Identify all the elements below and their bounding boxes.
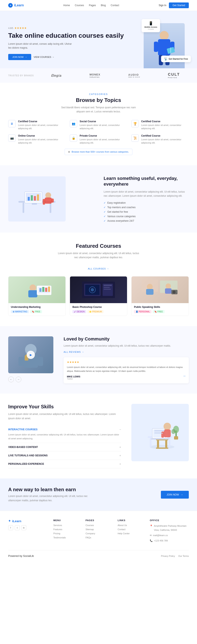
course-card-marketing[interactable]: Understanding Marketing 🖥 MARKETING 🔖 FR…: [8, 276, 66, 316]
cat-name-1: Social Course: [80, 120, 127, 123]
browse-more-box[interactable]: ⊞ Browse more than 500+ courses from var…: [65, 149, 132, 155]
nav-links: Home Courses Pages Blog Contact: [64, 4, 119, 7]
footer-menu-pricing[interactable]: Pricing: [53, 532, 80, 535]
course-img-photoshop: [70, 276, 127, 303]
terms-link[interactable]: Our Terms: [178, 555, 189, 557]
accordion-header-2[interactable]: LIVE TUTORIALS AND SESSIONS +: [8, 454, 121, 457]
category-item-2[interactable]: 🏆 Certified Course Lorem ipsum dolor sit…: [131, 120, 189, 130]
svg-rect-56: [157, 440, 159, 448]
courses-grid: Understanding Marketing 🖥 MARKETING 🔖 FR…: [8, 276, 189, 316]
svg-rect-10: [50, 203, 51, 213]
accordion-live: LIVE TUTORIALS AND SESSIONS +: [8, 452, 121, 460]
learn-features-list: ✓Easy registration ✓Top mentors and coac…: [104, 202, 189, 222]
logo-text: iLearn: [14, 4, 24, 7]
svg-rect-36: [104, 285, 112, 286]
svg-rect-71: [174, 436, 178, 440]
course-tags-speaking: 👤 PERSONAL 🔖 FREE: [134, 310, 186, 313]
svg-point-18: [45, 192, 51, 198]
category-item-3[interactable]: 📷 Online Course Lorem ipsum dolor sit am…: [8, 134, 66, 144]
cat-icon-2: 🏆: [131, 120, 139, 127]
categories-grid: 🖥 Certified Course Lorem ipsum dolor sit…: [8, 120, 189, 144]
footer-menu-features[interactable]: Features: [53, 528, 80, 530]
view-courses-button[interactable]: VIEW COURSES →: [34, 56, 54, 58]
cta-desc: Lorem ipsum dolor sit amet, consectetur …: [8, 494, 90, 502]
svg-rect-2: [154, 42, 158, 52]
cat-icon-5: 📜: [131, 134, 139, 142]
svg-point-70: [171, 429, 176, 434]
social-twitter[interactable]: t: [15, 525, 20, 530]
categories-desc: Sed blandit libero volutpat sed. Tempus …: [58, 106, 140, 114]
cat-icon-4: 🔒: [70, 134, 77, 142]
accordion-icon-1: +: [120, 446, 121, 449]
category-item-1[interactable]: 👥 Social Course Lorem ipsum dolor sit am…: [70, 120, 127, 130]
cat-name-3: Online Course: [18, 134, 66, 137]
hero-description: Lorem ipsum dolor sit amet, consec adip …: [8, 42, 74, 50]
quote-icon: ": [184, 374, 186, 381]
nav-courses[interactable]: Courses: [75, 4, 84, 7]
learn-svg: [12, 180, 62, 218]
nav-pages[interactable]: Pages: [89, 4, 96, 7]
svg-rect-15: [31, 195, 33, 200]
tag-personal: 👤 PERSONAL: [134, 310, 152, 313]
footer-page-sitemap[interactable]: Sitemap: [86, 528, 112, 530]
footer-page-faqs[interactable]: FAQs: [86, 536, 112, 539]
footer-link-contact[interactable]: Contact: [118, 528, 144, 530]
browse-more: ⊞ Browse more than 500+ courses from var…: [8, 149, 189, 155]
review-stars: ★★★★★: [67, 360, 186, 364]
course-tags-marketing: 🖥 MARKETING 🔖 FREE: [11, 310, 63, 313]
improve-desc: Lorem ipsum dolor sit amet, consectetur …: [8, 412, 121, 420]
nav-home[interactable]: Home: [64, 4, 70, 7]
category-item-5[interactable]: 📜 Certified Course Lorem ipsum dolor sit…: [131, 134, 189, 144]
community-desc: Lorem ipsum dolor sit amet, consectetur …: [64, 344, 189, 348]
footer-menu-services[interactable]: Services: [53, 524, 80, 526]
cta-join-button[interactable]: JOIN NOW →: [161, 491, 189, 498]
footer-link-about[interactable]: About Us: [118, 524, 144, 526]
svg-rect-51: [38, 357, 43, 366]
svg-rect-26: [40, 288, 42, 292]
course-card-speaking[interactable]: Public Speaking Skills 👤 PERSONAL 🔖 FREE: [131, 276, 189, 316]
social-facebook[interactable]: f: [8, 525, 13, 530]
all-courses-link[interactable]: ALL COURSES →: [88, 268, 109, 270]
footer-link-help[interactable]: Help Center: [118, 532, 144, 535]
signin-link[interactable]: Sign In: [159, 4, 166, 7]
course-card-photoshop[interactable]: Basic Photoshop Course 🖋 DESIGN ⭐ PREMIU…: [70, 276, 127, 316]
svg-rect-17: [37, 194, 39, 200]
accordion-header-1[interactable]: VIDEO-BASED CONTENT +: [8, 446, 121, 449]
category-item-4[interactable]: 🔒 Private Course Lorem ipsum dolor sit a…: [70, 134, 127, 144]
footer-links: LINKS About Us Contact Help Center: [118, 519, 144, 544]
cta-text: A new way to learn then earn Lorem ipsum…: [8, 487, 90, 502]
nav-blog[interactable]: Blog: [101, 4, 106, 7]
signup-button[interactable]: Get Started: [169, 2, 189, 8]
rating-text: 4.8/5: [8, 27, 13, 29]
privacy-policy-link[interactable]: Privacy Policy: [161, 555, 175, 557]
play-button[interactable]: ▶: [27, 351, 35, 359]
next-arrow[interactable]: →: [16, 376, 21, 382]
cta-banner: A new way to learn then earn Lorem ipsum…: [0, 478, 197, 511]
footer-page-courses[interactable]: Courses: [86, 524, 112, 526]
reviewer-title: Twitter: [67, 378, 186, 380]
accordion-icon-3: +: [120, 462, 121, 466]
footer-links-title: LINKS: [118, 519, 144, 522]
course-info-speaking: Public Speaking Skills 👤 PERSONAL 🔖 FREE: [132, 303, 188, 316]
prev-arrow[interactable]: ←: [8, 376, 14, 382]
hero-section: 4.8/5 ★★★★★ Take online education course…: [0, 11, 197, 68]
tag-free-0: 🔖 FREE: [30, 310, 42, 313]
community-right: Loved by Community Lorem ipsum dolor sit…: [64, 336, 189, 384]
category-item-0[interactable]: 🖥 Certified Course Lorem ipsum dolor sit…: [8, 120, 66, 130]
hero-content: 4.8/5 ★★★★★ Take online education course…: [8, 26, 144, 68]
hero-get-started-badge: 📡 Get Started for Free: [161, 56, 191, 62]
social-linkedin[interactable]: in: [21, 525, 26, 530]
nav-contact[interactable]: Contact: [110, 4, 119, 7]
improve-img-box: [131, 404, 189, 461]
footer-bottom: Powered by SocialLib Privacy Policy Our …: [8, 550, 189, 558]
office-address: 📍 Amphitheatre Parkway Mountain View, Ca…: [150, 524, 189, 532]
accordion-header-3[interactable]: PERSONALIZED EXPERIENCE +: [8, 462, 121, 466]
reviews-link[interactable]: ALL REVIEWS →: [64, 351, 84, 353]
join-now-button[interactable]: JOIN NOW →: [8, 54, 31, 60]
footer-page-company[interactable]: Company: [86, 532, 112, 535]
accordion-header-0[interactable]: INTERACTIVE COURSES −: [8, 428, 121, 431]
footer-menu-testimonials[interactable]: Testimonials: [53, 536, 80, 539]
stars: ★★★★★: [14, 26, 27, 30]
svg-rect-66: [164, 430, 171, 437]
community-title: Loved by Community: [64, 336, 189, 342]
